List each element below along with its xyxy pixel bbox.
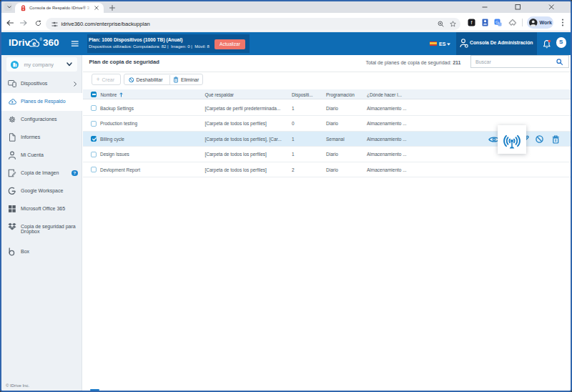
svg-text:f: f <box>471 20 473 25</box>
svg-text:e: e <box>32 39 36 46</box>
svg-text:G: G <box>495 20 499 24</box>
